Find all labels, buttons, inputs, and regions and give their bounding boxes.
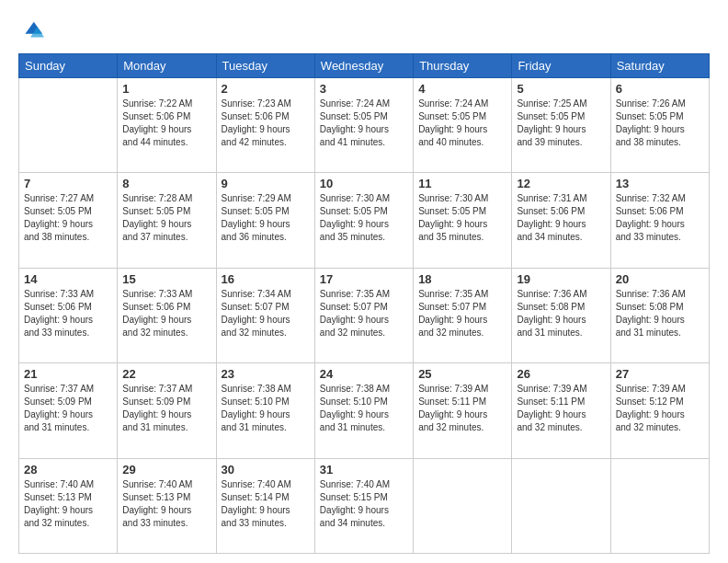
- day-number: 16: [222, 272, 310, 286]
- day-number: 29: [122, 463, 210, 477]
- day-info: Sunrise: 7:32 AMSunset: 5:06 PMDaylight:…: [616, 192, 704, 244]
- day-info: Sunrise: 7:39 AMSunset: 5:12 PMDaylight:…: [616, 383, 704, 434]
- day-info: Sunrise: 7:35 AMSunset: 5:07 PMDaylight:…: [320, 288, 408, 339]
- weekday-header-tuesday: Tuesday: [216, 54, 314, 78]
- logo-icon: [18, 18, 44, 44]
- calendar-cell: 12Sunrise: 7:31 AMSunset: 5:06 PMDayligh…: [512, 173, 610, 268]
- day-info: Sunrise: 7:38 AMSunset: 5:10 PMDaylight:…: [222, 383, 310, 434]
- calendar-cell: 20Sunrise: 7:36 AMSunset: 5:08 PMDayligh…: [610, 268, 709, 362]
- weekday-header-saturday: Saturday: [610, 54, 709, 78]
- day-info: Sunrise: 7:33 AMSunset: 5:06 PMDaylight:…: [122, 288, 210, 339]
- calendar-cell: 6Sunrise: 7:26 AMSunset: 5:05 PMDaylight…: [610, 78, 709, 173]
- day-number: 12: [517, 177, 605, 190]
- calendar-cell: 14Sunrise: 7:33 AMSunset: 5:06 PMDayligh…: [19, 268, 118, 362]
- weekday-header-thursday: Thursday: [414, 54, 512, 78]
- calendar-cell: 29Sunrise: 7:40 AMSunset: 5:13 PMDayligh…: [118, 458, 216, 553]
- day-number: 5: [517, 82, 605, 96]
- calendar-cell: 4Sunrise: 7:24 AMSunset: 5:05 PMDaylight…: [414, 78, 512, 173]
- day-number: 11: [418, 177, 506, 190]
- calendar-cell: 9Sunrise: 7:29 AMSunset: 5:05 PMDaylight…: [216, 173, 314, 268]
- calendar-cell: 26Sunrise: 7:39 AMSunset: 5:11 PMDayligh…: [512, 363, 610, 458]
- calendar-cell: 28Sunrise: 7:40 AMSunset: 5:13 PMDayligh…: [19, 458, 118, 553]
- header: [18, 18, 710, 44]
- day-number: 30: [222, 463, 310, 477]
- day-info: Sunrise: 7:25 AMSunset: 5:05 PMDaylight:…: [517, 98, 605, 149]
- calendar-cell: 15Sunrise: 7:33 AMSunset: 5:06 PMDayligh…: [118, 268, 216, 362]
- calendar-cell: [414, 458, 512, 553]
- day-info: Sunrise: 7:26 AMSunset: 5:05 PMDaylight:…: [616, 98, 704, 149]
- calendar-cell: 22Sunrise: 7:37 AMSunset: 5:09 PMDayligh…: [118, 363, 216, 458]
- calendar-cell: 16Sunrise: 7:34 AMSunset: 5:07 PMDayligh…: [216, 268, 314, 362]
- weekday-header-wednesday: Wednesday: [314, 54, 413, 78]
- day-number: 1: [122, 82, 210, 96]
- page: SundayMondayTuesdayWednesdayThursdayFrid…: [0, 0, 728, 563]
- day-number: 14: [24, 272, 112, 286]
- day-number: 18: [418, 272, 506, 286]
- day-number: 3: [320, 82, 408, 96]
- day-info: Sunrise: 7:22 AMSunset: 5:06 PMDaylight:…: [122, 98, 210, 149]
- calendar-cell: 23Sunrise: 7:38 AMSunset: 5:10 PMDayligh…: [216, 363, 314, 458]
- day-info: Sunrise: 7:31 AMSunset: 5:06 PMDaylight:…: [517, 192, 605, 244]
- calendar-cell: 7Sunrise: 7:27 AMSunset: 5:05 PMDaylight…: [19, 173, 118, 268]
- day-number: 17: [320, 272, 408, 286]
- week-row-2: 7Sunrise: 7:27 AMSunset: 5:05 PMDaylight…: [19, 173, 710, 268]
- day-info: Sunrise: 7:33 AMSunset: 5:06 PMDaylight:…: [24, 288, 112, 339]
- day-info: Sunrise: 7:40 AMSunset: 5:13 PMDaylight:…: [122, 478, 210, 530]
- day-info: Sunrise: 7:37 AMSunset: 5:09 PMDaylight:…: [24, 383, 112, 434]
- weekday-header-sunday: Sunday: [19, 54, 118, 78]
- day-number: 15: [122, 272, 210, 286]
- day-number: 20: [616, 272, 704, 286]
- day-number: 26: [517, 367, 605, 381]
- calendar-cell: 13Sunrise: 7:32 AMSunset: 5:06 PMDayligh…: [610, 173, 709, 268]
- calendar-cell: 1Sunrise: 7:22 AMSunset: 5:06 PMDaylight…: [118, 78, 216, 173]
- day-info: Sunrise: 7:36 AMSunset: 5:08 PMDaylight:…: [616, 288, 704, 339]
- calendar-cell: 19Sunrise: 7:36 AMSunset: 5:08 PMDayligh…: [512, 268, 610, 362]
- day-info: Sunrise: 7:39 AMSunset: 5:11 PMDaylight:…: [517, 383, 605, 434]
- calendar-cell: 5Sunrise: 7:25 AMSunset: 5:05 PMDaylight…: [512, 78, 610, 173]
- calendar-cell: 30Sunrise: 7:40 AMSunset: 5:14 PMDayligh…: [216, 458, 314, 553]
- week-row-1: 1Sunrise: 7:22 AMSunset: 5:06 PMDaylight…: [19, 78, 710, 173]
- calendar-table: SundayMondayTuesdayWednesdayThursdayFrid…: [18, 53, 710, 554]
- day-number: 8: [122, 177, 210, 190]
- calendar-cell: 10Sunrise: 7:30 AMSunset: 5:05 PMDayligh…: [314, 173, 413, 268]
- day-number: 31: [320, 463, 408, 477]
- day-number: 22: [122, 367, 210, 381]
- calendar-cell: 21Sunrise: 7:37 AMSunset: 5:09 PMDayligh…: [19, 363, 118, 458]
- day-info: Sunrise: 7:34 AMSunset: 5:07 PMDaylight:…: [222, 288, 310, 339]
- day-info: Sunrise: 7:39 AMSunset: 5:11 PMDaylight:…: [418, 383, 506, 434]
- day-info: Sunrise: 7:36 AMSunset: 5:08 PMDaylight:…: [517, 288, 605, 339]
- day-number: 23: [222, 367, 310, 381]
- day-number: 10: [320, 177, 408, 190]
- day-number: 24: [320, 367, 408, 381]
- day-info: Sunrise: 7:24 AMSunset: 5:05 PMDaylight:…: [320, 98, 408, 149]
- day-info: Sunrise: 7:23 AMSunset: 5:06 PMDaylight:…: [222, 98, 310, 149]
- day-info: Sunrise: 7:40 AMSunset: 5:14 PMDaylight:…: [222, 478, 310, 530]
- calendar-cell: 24Sunrise: 7:38 AMSunset: 5:10 PMDayligh…: [314, 363, 413, 458]
- day-info: Sunrise: 7:37 AMSunset: 5:09 PMDaylight:…: [122, 383, 210, 434]
- calendar-cell: 31Sunrise: 7:40 AMSunset: 5:15 PMDayligh…: [314, 458, 413, 553]
- calendar-cell: 2Sunrise: 7:23 AMSunset: 5:06 PMDaylight…: [216, 78, 314, 173]
- day-number: 2: [222, 82, 310, 96]
- day-number: 13: [616, 177, 704, 190]
- day-info: Sunrise: 7:40 AMSunset: 5:15 PMDaylight:…: [320, 478, 408, 530]
- weekday-header-friday: Friday: [512, 54, 610, 78]
- calendar-cell: 8Sunrise: 7:28 AMSunset: 5:05 PMDaylight…: [118, 173, 216, 268]
- day-info: Sunrise: 7:35 AMSunset: 5:07 PMDaylight:…: [418, 288, 506, 339]
- day-number: 27: [616, 367, 704, 381]
- day-info: Sunrise: 7:24 AMSunset: 5:05 PMDaylight:…: [418, 98, 506, 149]
- day-number: 9: [222, 177, 310, 190]
- day-info: Sunrise: 7:38 AMSunset: 5:10 PMDaylight:…: [320, 383, 408, 434]
- day-info: Sunrise: 7:28 AMSunset: 5:05 PMDaylight:…: [122, 192, 210, 244]
- day-info: Sunrise: 7:29 AMSunset: 5:05 PMDaylight:…: [222, 192, 310, 244]
- calendar-cell: 11Sunrise: 7:30 AMSunset: 5:05 PMDayligh…: [414, 173, 512, 268]
- day-number: 25: [418, 367, 506, 381]
- week-row-4: 21Sunrise: 7:37 AMSunset: 5:09 PMDayligh…: [19, 363, 710, 458]
- calendar-cell: 3Sunrise: 7:24 AMSunset: 5:05 PMDaylight…: [314, 78, 413, 173]
- day-info: Sunrise: 7:27 AMSunset: 5:05 PMDaylight:…: [24, 192, 112, 244]
- calendar-cell: 25Sunrise: 7:39 AMSunset: 5:11 PMDayligh…: [414, 363, 512, 458]
- day-number: 6: [616, 82, 704, 96]
- day-number: 28: [24, 463, 112, 477]
- day-info: Sunrise: 7:30 AMSunset: 5:05 PMDaylight:…: [320, 192, 408, 244]
- day-info: Sunrise: 7:30 AMSunset: 5:05 PMDaylight:…: [418, 192, 506, 244]
- calendar-cell: 18Sunrise: 7:35 AMSunset: 5:07 PMDayligh…: [414, 268, 512, 362]
